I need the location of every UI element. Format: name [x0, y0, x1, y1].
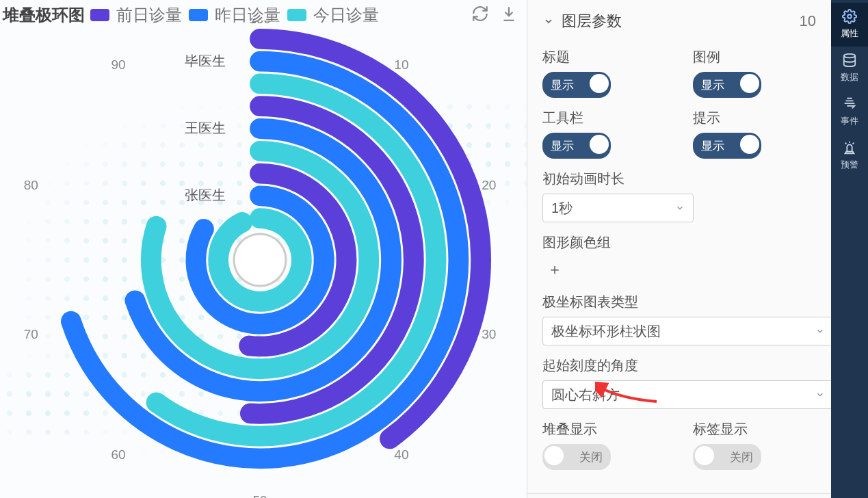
field-label-legend: 图例 — [693, 48, 816, 66]
section-header-layer[interactable]: 图层参数 10 — [527, 0, 831, 42]
field-label-polar-type: 极坐标图表类型 — [542, 293, 816, 311]
rail-tab-data[interactable]: 数据 — [831, 47, 868, 90]
svg-point-0 — [234, 234, 286, 286]
legend-swatch-1 — [189, 9, 208, 21]
rail-tab-event[interactable]: 事件 — [831, 90, 868, 134]
section-title-layer: 图层参数 — [562, 11, 622, 31]
svg-text:20: 20 — [482, 178, 496, 192]
select-anim-duration[interactable]: 1秒 — [542, 194, 694, 222]
toggle-tooltip-show[interactable]: 显示 — [693, 133, 761, 159]
svg-point-15 — [847, 14, 852, 18]
chevron-down-icon — [542, 15, 555, 27]
svg-text:80: 80 — [24, 178, 38, 192]
toggle-stack[interactable]: 关闭 — [542, 444, 611, 470]
add-color-button[interactable]: ＋ — [542, 257, 567, 282]
toggle-legend-show[interactable]: 显示 — [693, 72, 761, 98]
legend-label-2: 今日诊量 — [313, 4, 379, 26]
chart-legend: 前日诊量 昨日诊量 今日诊量 — [90, 4, 386, 26]
database-icon — [841, 52, 858, 68]
event-icon — [841, 96, 858, 112]
svg-text:60: 60 — [111, 447, 126, 462]
field-label-start-angle: 起始刻度的角度 — [542, 356, 816, 375]
toggle-title-show[interactable]: 显示 — [542, 72, 611, 98]
properties-panel: 图层参数 10 标题 显示 图例 显示 工具栏 — [527, 0, 831, 498]
svg-text:10: 10 — [394, 57, 408, 72]
field-label-palette: 图形颜色组 — [542, 233, 816, 252]
rail-tab-alert[interactable]: 预警 — [831, 134, 868, 178]
toggle-labels[interactable]: 关闭 — [693, 444, 761, 470]
chevron-down-icon — [815, 326, 825, 336]
svg-text:毕医生: 毕医生 — [185, 53, 226, 68]
alert-icon — [841, 140, 858, 156]
svg-text:70: 70 — [24, 327, 38, 341]
field-label-toolbar: 工具栏 — [542, 109, 666, 127]
field-label-anim: 初始动画时长 — [542, 170, 816, 188]
chart-title: 堆叠极环图 — [3, 4, 85, 26]
svg-text:30: 30 — [482, 327, 496, 341]
rail-tab-properties[interactable]: 属性 — [831, 3, 868, 47]
field-label-tooltip: 提示 — [693, 109, 816, 127]
svg-point-16 — [844, 54, 856, 58]
chevron-down-icon — [675, 203, 685, 213]
svg-text:40: 40 — [394, 447, 408, 462]
right-rail: 属性 数据 事件 预警 — [831, 0, 868, 498]
field-label-title: 标题 — [542, 48, 666, 66]
chart-canvas: 堆叠极环图 前日诊量 昨日诊量 今日诊量 0102030405060708090… — [0, 0, 527, 498]
settings-icon — [841, 8, 858, 25]
legend-label-1: 昨日诊量 — [215, 4, 280, 26]
refresh-icon[interactable] — [471, 4, 490, 23]
chevron-down-icon — [815, 390, 825, 399]
legend-swatch-0 — [90, 9, 109, 21]
select-polar-type[interactable]: 极坐标环形柱状图 — [542, 317, 831, 345]
field-label-stack: 堆叠显示 — [542, 420, 666, 438]
svg-text:50: 50 — [252, 493, 267, 498]
download-icon[interactable] — [499, 4, 518, 23]
svg-text:王医生: 王医生 — [185, 120, 226, 135]
select-start-angle[interactable]: 圆心右斜方 — [542, 380, 831, 409]
toggle-toolbar-show[interactable]: 显示 — [542, 133, 611, 159]
legend-swatch-2 — [287, 9, 306, 21]
section-count-layer: 10 — [800, 12, 816, 30]
legend-label-0: 前日诊量 — [116, 4, 182, 26]
svg-text:90: 90 — [111, 57, 126, 72]
field-label-labels: 标签显示 — [693, 420, 816, 438]
svg-text:张医生: 张医生 — [185, 187, 226, 202]
polar-chart: 0102030405060708090100张医生王医生毕医生 — [0, 21, 527, 498]
section-header-position[interactable]: 位置大小(按屏幕) 5 — [527, 494, 831, 498]
